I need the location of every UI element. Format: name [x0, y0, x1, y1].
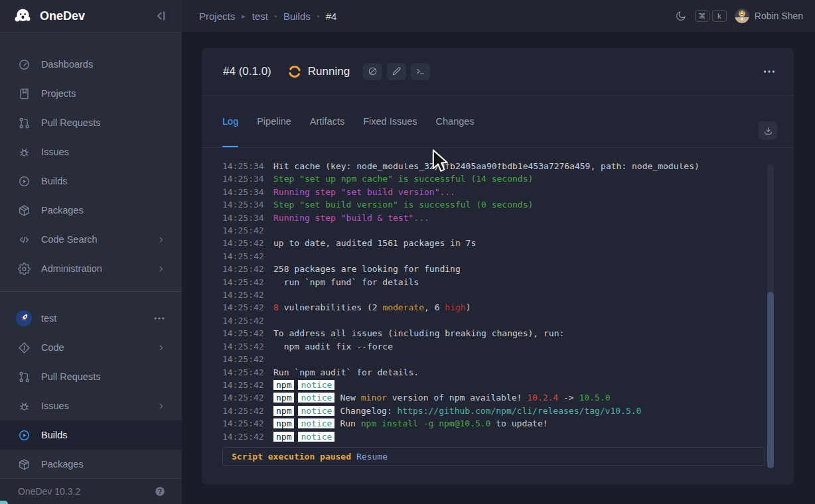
project-avatar — [16, 310, 32, 326]
bug-icon — [18, 146, 31, 158]
sidebar-item-code[interactable]: Code — [0, 333, 182, 362]
log-timestamp: 14:25:42 — [222, 417, 273, 430]
project-more-icon[interactable] — [153, 312, 166, 325]
resume-link[interactable]: Resume — [356, 452, 388, 462]
log-timestamp: 14:25:42 — [222, 340, 273, 353]
log-line: 14:25:42npmnotice — [222, 430, 757, 443]
log-line: 14:25:42 — [222, 224, 757, 237]
sidebar-item-dashboards[interactable]: Dashboards — [0, 50, 182, 79]
sidebar-item-packages[interactable]: Packages — [0, 196, 182, 225]
gear-icon — [18, 263, 31, 275]
log-timestamp: 14:25:42 — [222, 276, 273, 288]
chevron-right-icon — [156, 235, 166, 245]
running-spinner-icon — [287, 64, 302, 79]
log-timestamp: 14:25:42 — [222, 314, 273, 327]
log-line: 14:25:42 — [222, 314, 757, 327]
log-line: 14:25:34Step "set up npm cache" is succe… — [222, 172, 757, 185]
tab-changes[interactable]: Changes — [436, 95, 475, 147]
log-line: 14:25:42Run `npm audit` for details. — [222, 366, 757, 379]
topbar: Projects▸testBuilds#4 ⌘k — [182, 0, 815, 32]
pull-request-icon — [18, 371, 31, 383]
log-timestamp: 14:25:42 — [222, 430, 273, 443]
log-timestamp: 14:25:34 — [222, 163, 273, 172]
log-line: 14:25:42 npm audit fix --force — [222, 340, 757, 353]
sidebar-item-builds[interactable]: Builds — [0, 166, 182, 196]
log-timestamp: 14:25:42 — [222, 405, 273, 417]
tab-artifacts[interactable]: Artifacts — [310, 95, 344, 147]
log-line: 14:25:34Hit cache (key: node_modules_32/… — [222, 163, 757, 172]
sidebar-item-issues[interactable]: Issues — [0, 391, 182, 420]
tab-log[interactable]: Log — [222, 95, 238, 147]
sidebar-collapse-icon[interactable] — [154, 9, 169, 23]
log-timestamp: 14:25:34 — [222, 212, 273, 224]
build-card: #4 (0.1.0) Running LogPipelineArtifactsF… — [202, 48, 794, 485]
log-timestamp: 14:25:42 — [222, 224, 273, 237]
sidebar-item-packages[interactable]: Packages — [0, 450, 182, 479]
help-icon[interactable] — [154, 485, 166, 497]
package-icon — [18, 204, 31, 217]
sidebar-item-pull-requests[interactable]: Pull Requests — [0, 362, 182, 391]
sidebar-divider — [0, 291, 182, 292]
terminal-icon — [415, 66, 425, 76]
log-line: 14:25:34Running step "set build version"… — [222, 186, 757, 198]
log-line: 14:25:428 vulnerabilities (2 moderate, 6… — [222, 301, 757, 314]
sidebar-item-code-search[interactable]: Code Search — [0, 225, 182, 254]
sidebar-project-nav: CodePull RequestsIssuesBuildsPackages — [0, 333, 182, 479]
log-line: 14:25:42 — [222, 353, 757, 365]
build-log: 14:25:34Hit cache (key: node_modules_32/… — [222, 163, 757, 443]
log-timestamp: 14:25:42 — [222, 263, 273, 275]
bug-icon — [18, 400, 31, 412]
sidebar-item-projects[interactable]: Projects — [0, 79, 182, 108]
paused-bar: Script execution paused Resume — [222, 447, 765, 466]
user-menu[interactable]: Robin Shen — [735, 9, 803, 23]
shortcut-keys[interactable]: ⌘k — [695, 10, 727, 22]
paused-text: Script execution paused — [232, 452, 351, 462]
breadcrumb: Projects▸testBuilds#4 — [199, 11, 675, 22]
package-icon — [18, 458, 31, 471]
dark-mode-icon[interactable] — [675, 10, 687, 22]
log-line: 14:25:42up to date, audited 1561 package… — [222, 237, 757, 249]
sidebar: OneDev DashboardsProjectsPull RequestsIs… — [0, 0, 182, 504]
log-scrollbar-thumb[interactable] — [767, 292, 774, 468]
more-options-icon[interactable] — [762, 64, 777, 79]
cancel-build-button[interactable] — [363, 63, 382, 80]
sidebar-header: OneDev — [0, 0, 182, 32]
build-title: #4 (0.1.0) — [223, 65, 271, 78]
pencil-icon — [392, 66, 402, 76]
log-line: 14:25:42To address all issues (including… — [222, 327, 757, 340]
sidebar-item-pull-requests[interactable]: Pull Requests — [0, 108, 182, 137]
book-icon — [18, 88, 31, 100]
sidebar-project-row[interactable]: test — [0, 304, 182, 333]
chevron-right-icon — [156, 264, 166, 274]
tab-pipeline[interactable]: Pipeline — [257, 95, 291, 147]
log-line: 14:25:42npmnotice — [222, 379, 757, 391]
terminal-button[interactable] — [411, 63, 430, 80]
play-circle-icon — [18, 175, 31, 188]
topbar-actions: ⌘k — [675, 9, 803, 23]
sidebar-item-administration[interactable]: Administration — [0, 254, 182, 283]
edit-build-button[interactable] — [387, 63, 406, 80]
log-line: 14:25:42 run `npm fund` for details — [222, 276, 757, 288]
log-line: 14:25:42npmnoticeRun npm install -g npm@… — [222, 417, 757, 430]
user-avatar — [735, 9, 749, 23]
build-status: Running — [308, 65, 350, 78]
log-timestamp: 14:25:42 — [222, 237, 273, 249]
play-circle-icon — [18, 429, 31, 442]
breadcrumb-projects[interactable]: Projects — [199, 11, 235, 22]
log-timestamp: 14:25:42 — [222, 250, 273, 263]
sidebar-footer: OneDev 10.3.2 — [0, 478, 182, 504]
tab-fixed-issues[interactable]: Fixed Issues — [363, 95, 417, 147]
download-log-button[interactable] — [759, 121, 777, 140]
breadcrumb-test[interactable]: test — [252, 11, 268, 22]
sidebar-item-issues[interactable]: Issues — [0, 137, 182, 166]
onedev-logo-icon — [13, 7, 32, 25]
git-diamond-icon — [18, 342, 31, 354]
onedev-app: OneDev DashboardsProjectsPull RequestsIs… — [0, 0, 815, 504]
log-line: 14:25:42 — [222, 288, 757, 301]
sidebar-item-builds[interactable]: Builds — [0, 420, 182, 450]
log-timestamp: 14:25:42 — [222, 366, 273, 379]
log-timestamp: 14:25:34 — [222, 198, 273, 211]
breadcrumb-separator — [275, 15, 277, 17]
ban-icon — [368, 66, 378, 76]
breadcrumb-builds[interactable]: Builds — [283, 11, 311, 22]
